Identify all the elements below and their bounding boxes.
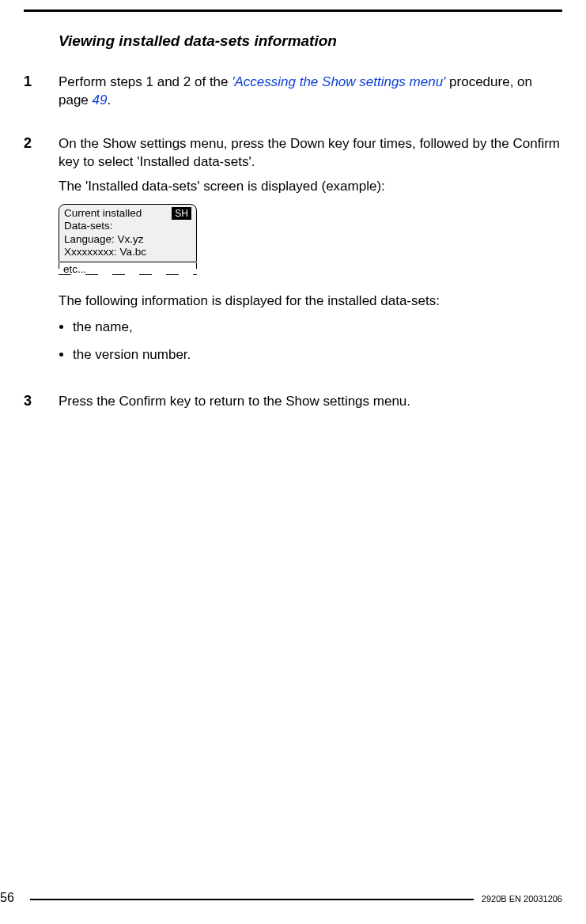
step-number: 1 (24, 74, 59, 116)
step-body: Press the Confirm key to return to the S… (59, 393, 562, 417)
lcd-line2: Data-sets: (64, 220, 191, 232)
section-title: Viewing installed data-sets information (59, 32, 562, 50)
link-page-49[interactable]: 49 (93, 92, 108, 107)
step-2: 2 On the Show settings menu, press the D… (24, 135, 562, 374)
sh-badge: SH (172, 207, 191, 221)
step2-para2: The 'Installed data-sets' screen is disp… (59, 178, 562, 196)
bullet-item: the version number. (73, 346, 562, 364)
document-id: 2920B EN 20031206 (474, 892, 562, 903)
step-1: 1 Perform steps 1 and 2 of the 'Accessin… (24, 74, 562, 116)
step-body: Perform steps 1 and 2 of the 'Accessing … (59, 74, 562, 116)
link-accessing-show-settings[interactable]: 'Accessing the Show settings menu' (232, 74, 445, 89)
lcd-line5: etc... (63, 263, 86, 275)
step-3: 3 Press the Confirm key to return to the… (24, 393, 562, 417)
bullet-item: the name, (73, 319, 562, 337)
bullet-list: the name, the version number. (59, 319, 562, 364)
lcd-line3: Language: Vx.yz (64, 233, 191, 246)
footer-rule (30, 899, 474, 900)
page-number: 56 (0, 891, 22, 905)
step1-text-before: Perform steps 1 and 2 of the (59, 74, 232, 89)
top-rule (24, 9, 562, 12)
page-footer: 56 2920B EN 20031206 (0, 891, 562, 905)
step2-para1: On the Show settings menu, press the Dow… (59, 135, 562, 172)
step-number: 2 (24, 135, 59, 374)
lcd-screen-example: Current installed SH Data-sets: Language… (59, 204, 197, 278)
step-number: 3 (24, 393, 59, 417)
lcd-line1: Current installed (64, 207, 142, 220)
step-body: On the Show settings menu, press the Dow… (59, 135, 562, 374)
lcd-line4: Xxxxxxxxx: Va.bc (64, 246, 191, 258)
step2-para3: The following information is displayed f… (59, 292, 562, 311)
step3-para1: Press the Confirm key to return to the S… (59, 393, 562, 411)
lcd-screen: Current installed SH Data-sets: Language… (59, 204, 197, 262)
dashed-line-icon (59, 274, 197, 275)
step1-text-after: . (107, 92, 111, 107)
lcd-overflow: etc... (59, 262, 197, 278)
